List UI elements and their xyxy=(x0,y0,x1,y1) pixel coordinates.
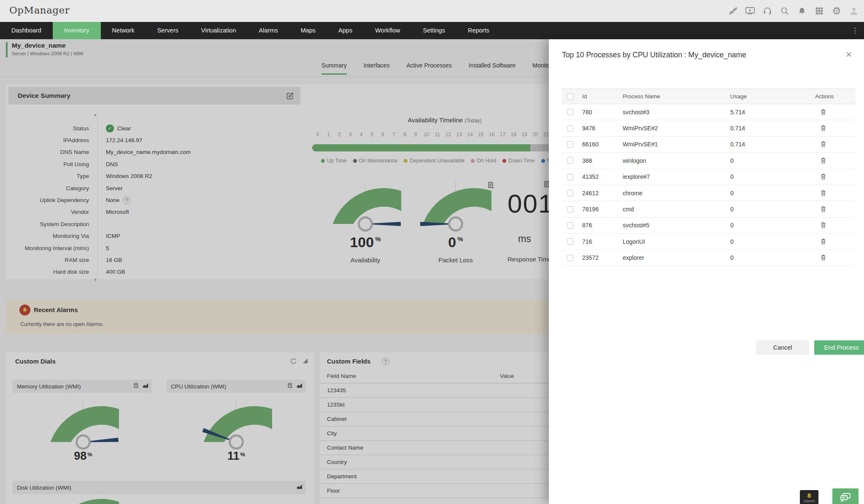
report-icon[interactable] xyxy=(287,383,293,390)
user-avatar-icon[interactable] xyxy=(849,6,859,16)
delete-process-icon[interactable] xyxy=(820,108,827,116)
top-processes-modal: Top 10 Processes by CPU Utilization : My… xyxy=(549,39,864,504)
scroll-down-icon[interactable]: ▼ xyxy=(93,278,97,282)
tab-interfaces[interactable]: Interfaces xyxy=(364,62,389,75)
row-checkbox[interactable] xyxy=(567,238,573,245)
scroll-up-icon[interactable]: ▲ xyxy=(93,112,97,117)
device-meta: Server | Windows 2008 R2 | WMI xyxy=(12,51,84,56)
field-row-dnsname: DNS Name My_device_name.mydomain.com xyxy=(6,146,297,158)
top-bar: OpManager ⚙ xyxy=(0,0,864,22)
tab-summary[interactable]: Summary xyxy=(321,62,347,75)
nav-item-dashboard[interactable]: Dashboard xyxy=(0,22,53,39)
nav-item-maps[interactable]: Maps xyxy=(289,22,327,39)
row-checkbox[interactable] xyxy=(567,222,573,229)
settings-gear-icon[interactable]: ⚙ xyxy=(832,6,842,16)
no-alarms-message: Currently there are no open Alarms. xyxy=(20,321,104,327)
delete-process-icon[interactable] xyxy=(820,221,827,229)
cpu-dial-header: CPU Utilization (WMI) xyxy=(167,380,306,393)
delete-process-icon[interactable] xyxy=(820,140,827,148)
row-checkbox[interactable] xyxy=(567,125,573,132)
delete-process-icon[interactable] xyxy=(820,124,827,132)
disk-dial-header: Disk Utilization (WMI) xyxy=(13,481,306,494)
nav-item-servers[interactable]: Servers xyxy=(146,22,190,39)
field-row-moninterval: Monitoring Interval (mins) 5 xyxy=(6,242,297,254)
edit-icon[interactable] xyxy=(286,92,294,100)
uplink-value: None xyxy=(106,197,119,203)
delete-process-icon[interactable] xyxy=(820,254,827,261)
modal-buttons: Cancel End Process xyxy=(562,340,864,355)
help-icon[interactable]: ? xyxy=(382,358,389,365)
process-row: 716 LogonUI 0 xyxy=(562,234,856,250)
row-checkbox[interactable] xyxy=(567,190,573,196)
field-row-ram: RAM size 16 GB xyxy=(6,254,297,266)
chat-support-tile[interactable] xyxy=(832,488,859,504)
memory-dial-header: Memory Utilization (WMI) xyxy=(13,380,152,393)
row-checkbox[interactable] xyxy=(567,157,573,164)
report-icon[interactable] xyxy=(133,383,139,390)
tab-installed-software[interactable]: Installed Software xyxy=(469,62,516,75)
row-checkbox[interactable] xyxy=(567,255,573,261)
cpu-dial-label: CPU Utilization (WMI) xyxy=(171,383,226,390)
legend-dot xyxy=(471,159,475,163)
delete-process-icon[interactable] xyxy=(820,173,827,181)
field-row-status: Status ✓ Clear xyxy=(6,122,297,134)
nav-item-settings[interactable]: Settings xyxy=(412,22,456,39)
availability-timeline-bar xyxy=(312,144,584,151)
chart-icon[interactable] xyxy=(297,484,302,491)
legend-up-time: Up Time xyxy=(321,158,347,164)
row-checkbox[interactable] xyxy=(567,141,573,148)
legend-down-time: Down Time xyxy=(502,158,535,164)
chart-icon[interactable] xyxy=(297,383,302,390)
nav-item-reports[interactable]: Reports xyxy=(456,22,501,39)
nav-item-apps[interactable]: Apps xyxy=(327,22,364,39)
delete-process-icon[interactable] xyxy=(820,238,827,245)
delete-process-icon[interactable] xyxy=(820,189,827,197)
disk-gauge xyxy=(47,499,119,504)
row-checkbox[interactable] xyxy=(567,109,573,115)
alarms-count-tile[interactable]: 8 Alarms xyxy=(800,490,818,504)
modal-title: Top 10 Processes by CPU Utilization : My… xyxy=(562,51,746,59)
support-headset-icon[interactable] xyxy=(762,6,772,16)
alarm-bell-icon xyxy=(19,305,30,315)
process-row: 41352 iexplore#7 0 xyxy=(562,169,856,185)
nav-item-workflow[interactable]: Workflow xyxy=(364,22,411,39)
status-clear-icon: ✓ xyxy=(106,124,114,132)
nav-more-icon[interactable]: ⋮ xyxy=(851,22,859,39)
close-icon[interactable]: ✕ xyxy=(845,50,852,59)
nav-item-inventory[interactable]: Inventory xyxy=(53,22,101,39)
alarm-count-label: Alarms xyxy=(800,499,818,503)
select-all-checkbox[interactable] xyxy=(567,93,573,100)
timeline-legend: Up Time On Maintenance Dependent Unavail… xyxy=(321,158,580,164)
end-process-button[interactable]: End Process xyxy=(814,340,864,355)
tab-active-processes[interactable]: Active Processes xyxy=(406,62,451,75)
delete-process-icon[interactable] xyxy=(820,205,827,213)
row-checkbox[interactable] xyxy=(567,174,573,180)
row-checkbox[interactable] xyxy=(567,206,573,213)
demo-player-icon[interactable] xyxy=(745,6,755,16)
notifications-bell-icon[interactable] xyxy=(797,6,807,16)
value-column: Value xyxy=(500,373,514,379)
apps-grid-icon[interactable] xyxy=(814,6,824,16)
response-time-unit: ms xyxy=(518,233,531,245)
rocket-icon[interactable] xyxy=(728,6,738,16)
timeline-period: (Today) xyxy=(464,118,481,124)
delete-process-icon[interactable] xyxy=(820,157,827,164)
nav-item-virtualization[interactable]: Virtualization xyxy=(190,22,248,39)
timeline-hour-ruler: 0123456789101112131415161718192021222324 xyxy=(312,132,584,137)
expand-corner-icon[interactable] xyxy=(302,358,308,367)
cpu-value: 11% xyxy=(200,450,272,463)
refresh-icon[interactable] xyxy=(290,358,297,367)
chart-icon[interactable] xyxy=(143,383,148,390)
device-summary-header: Device Summary xyxy=(8,87,300,105)
process-row: 23572 explorer 0 xyxy=(562,250,856,266)
field-row-sysdesc: System Description xyxy=(6,218,297,230)
nav-item-network[interactable]: Network xyxy=(101,22,146,39)
cancel-button[interactable]: Cancel xyxy=(756,340,809,355)
nav-item-alarms[interactable]: Alarms xyxy=(248,22,289,39)
process-row: 66160 WmiPrvSE#1 0.714 xyxy=(562,137,856,153)
opmanager-logo: OpManager xyxy=(9,5,70,16)
field-row-category: Category Server xyxy=(6,182,297,194)
search-icon[interactable] xyxy=(780,6,790,16)
help-icon[interactable]: ? xyxy=(123,197,130,204)
field-name-column: Field Name xyxy=(327,373,356,379)
